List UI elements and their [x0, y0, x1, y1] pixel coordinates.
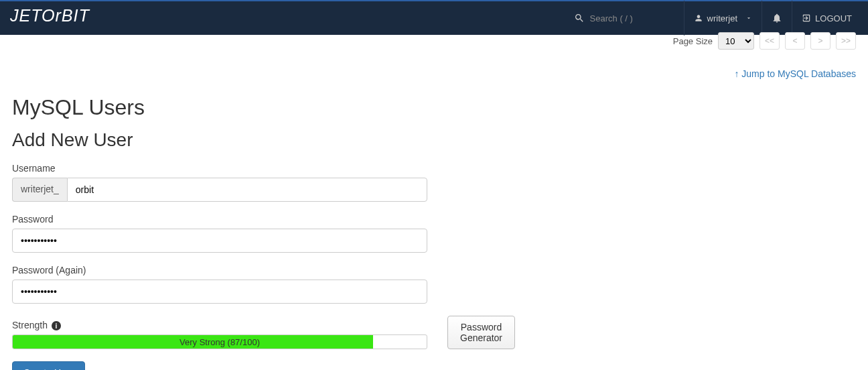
pager-first-button[interactable]: << — [760, 32, 780, 50]
page-size-label: Page Size — [673, 36, 713, 46]
search-input[interactable] — [590, 13, 670, 23]
password-again-label: Password (Again) — [12, 265, 441, 275]
create-user-button[interactable]: Create User — [12, 361, 85, 370]
page-subtitle: Add New User — [12, 129, 856, 151]
user-icon — [694, 13, 703, 23]
password-input[interactable] — [12, 229, 427, 253]
pager-prev-button[interactable]: < — [785, 32, 805, 50]
navbar-search[interactable] — [567, 13, 684, 23]
username-label: writerjet — [707, 13, 738, 23]
password-label: Password — [12, 214, 441, 225]
pagination-controls: Page Size 10 << < > >> — [12, 32, 856, 50]
username-prefix: writerjet_ — [12, 178, 67, 202]
username-label: Username — [12, 163, 441, 174]
top-navbar: JETOrBIT writerjet LOGOUT — [0, 0, 868, 35]
logout-button[interactable]: LOGOUT — [792, 1, 861, 36]
bell-icon — [772, 13, 782, 23]
password-again-input[interactable] — [12, 280, 427, 304]
add-user-form: Username writerjet_ Password Password (A… — [12, 163, 441, 370]
arrow-up-icon: ↑ — [734, 68, 739, 79]
pager-last-button[interactable]: >> — [836, 32, 856, 50]
user-menu[interactable]: writerjet — [684, 1, 762, 36]
brand-text: JETOrBIT — [10, 6, 90, 25]
page-title: MySQL Users — [12, 95, 856, 120]
jump-to-databases-link[interactable]: Jump to MySQL Databases — [741, 68, 856, 79]
strength-meter-text: Very Strong (87/100) — [13, 335, 427, 349]
logout-label: LOGOUT — [815, 13, 852, 23]
brand-logo: JETOrBIT — [0, 6, 141, 31]
strength-meter: Very Strong (87/100) — [12, 334, 427, 349]
info-icon[interactable]: i — [52, 321, 61, 330]
username-input[interactable] — [67, 178, 427, 202]
chevron-down-icon — [745, 15, 752, 21]
notifications-button[interactable] — [762, 1, 792, 36]
page-size-select[interactable]: 10 — [718, 32, 754, 50]
password-generator-button[interactable]: Password Generator — [447, 316, 515, 349]
strength-label: Strength i — [12, 320, 427, 330]
logout-icon — [802, 13, 811, 23]
jump-link-row: ↑ Jump to MySQL Databases — [12, 68, 856, 79]
search-icon — [574, 13, 585, 23]
pager-next-button[interactable]: > — [810, 32, 830, 50]
